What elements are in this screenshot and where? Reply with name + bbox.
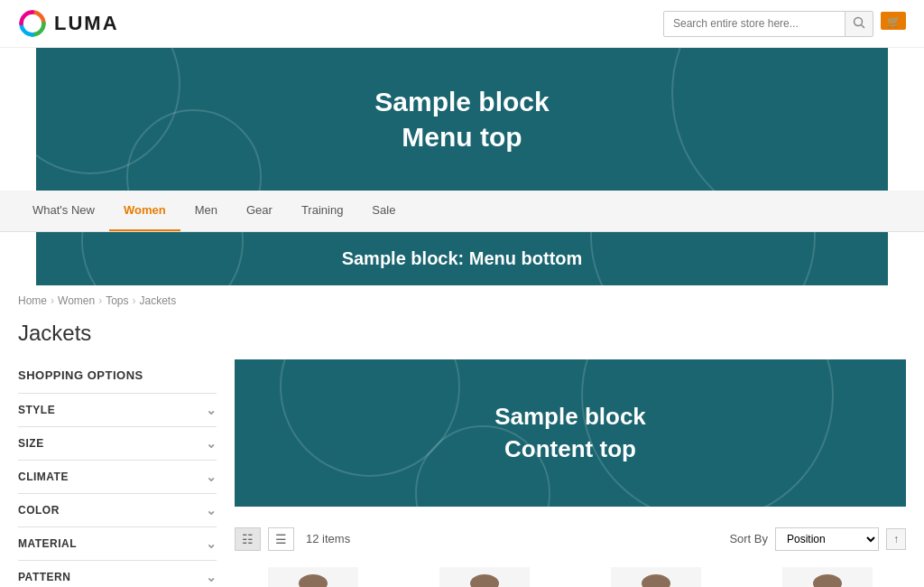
filter-item[interactable]: SIZE ⌄ [18, 426, 217, 460]
filter-label: SIZE [18, 437, 44, 450]
nav-item-what's-new[interactable]: What's New [18, 191, 109, 231]
sidebar-section-title: Shopping Options [18, 359, 217, 393]
sort-label: Sort By [729, 532, 768, 545]
product-image [578, 567, 735, 587]
filter-header-size[interactable]: SIZE ⌄ [18, 427, 217, 460]
main-nav: What's NewWomenMenGearTrainingSale [0, 191, 924, 232]
breadcrumb-separator: › [51, 294, 54, 307]
filter-header-material[interactable]: MATERIAL ⌄ [18, 527, 217, 560]
chevron-down-icon: ⌄ [206, 470, 217, 484]
content-top-banner: Sample block Content top [235, 359, 906, 507]
chevron-down-icon: ⌄ [206, 436, 217, 451]
search-box [663, 11, 873, 37]
breadcrumb-item[interactable]: Women [58, 294, 95, 307]
product-card[interactable]: Neve Studio Dance Jacket ★★★★★3 reviews … [578, 567, 735, 587]
logo[interactable]: LUMA [18, 9, 119, 38]
breadcrumb-item[interactable]: Tops [106, 294, 128, 307]
svg-line-2 [862, 24, 865, 28]
filter-list: STYLE ⌄ SIZE ⌄ CLIMATE ⌄ COLOR ⌄ MATERIA… [18, 393, 217, 587]
product-card[interactable]: Juno Jacket ★★★★★3 reviews $77.00 [406, 567, 564, 587]
toolbar-right: Sort By Position Product Name Price ↑ [729, 527, 906, 551]
product-image-svg [782, 567, 873, 587]
main-layout: Shopping Options STYLE ⌄ SIZE ⌄ CLIMATE … [0, 359, 924, 587]
product-card[interactable]: Stellar Solar Jacket ★★★★★3 reviews $75.… [235, 567, 393, 587]
breadcrumb: Home›Women›Tops›Jackets [0, 285, 924, 316]
filter-header-pattern[interactable]: PATTERN ⌄ [18, 561, 217, 587]
sidebar: Shopping Options STYLE ⌄ SIZE ⌄ CLIMATE … [18, 359, 217, 587]
product-card[interactable]: Nadia Elements Shell ★★★★★3 reviews $69.… [748, 567, 906, 587]
nav-item-women[interactable]: Women [109, 191, 180, 231]
product-image [406, 567, 564, 587]
nav-item-training[interactable]: Training [287, 191, 357, 231]
search-input[interactable] [664, 13, 845, 34]
filter-label: STYLE [18, 404, 55, 416]
breadcrumb-item[interactable]: Home [18, 294, 47, 307]
svg-text:🛒: 🛒 [887, 14, 901, 28]
breadcrumb-separator: › [98, 294, 102, 307]
header-actions: 🛒 [663, 11, 906, 37]
filter-item[interactable]: CLIMATE ⌄ [18, 460, 217, 493]
product-image [235, 567, 393, 587]
breadcrumb-item[interactable]: Jackets [140, 294, 177, 307]
cart-icon: 🛒 [881, 12, 906, 33]
filter-label: CLIMATE [18, 471, 69, 483]
nav-item-men[interactable]: Men [180, 191, 232, 231]
product-toolbar: ☷ ☰ 12 items Sort By Position Product Na… [235, 520, 906, 558]
content-area: Sample block Content top ☷ ☰ 12 items So… [235, 359, 906, 587]
filter-label: COLOR [18, 504, 60, 517]
filter-label: PATTERN [18, 571, 70, 583]
breadcrumb-separator: › [133, 294, 136, 307]
page-title: Jackets [0, 316, 924, 359]
grid-view-button[interactable]: ☷ [235, 527, 261, 551]
item-count: 12 items [306, 532, 350, 545]
toolbar-left: ☷ ☰ 12 items [235, 527, 350, 551]
filter-item[interactable]: STYLE ⌄ [18, 393, 217, 426]
nav-item-gear[interactable]: Gear [232, 191, 287, 231]
site-header: LUMA 🛒 [0, 0, 924, 48]
product-image-svg [611, 567, 701, 587]
filter-item[interactable]: COLOR ⌄ [18, 493, 217, 526]
chevron-down-icon: ⌄ [206, 503, 217, 517]
filter-header-color[interactable]: COLOR ⌄ [18, 494, 217, 526]
filter-item[interactable]: PATTERN ⌄ [18, 560, 217, 587]
chevron-down-icon: ⌄ [206, 403, 217, 417]
svg-point-1 [855, 17, 863, 25]
list-view-button[interactable]: ☰ [268, 527, 294, 551]
product-grid: Stellar Solar Jacket ★★★★★3 reviews $75.… [235, 567, 906, 587]
filter-header-climate[interactable]: CLIMATE ⌄ [18, 461, 217, 493]
logo-text: LUMA [54, 12, 119, 35]
product-image [748, 567, 906, 587]
filter-item[interactable]: MATERIAL ⌄ [18, 526, 217, 560]
chevron-down-icon: ⌄ [206, 536, 217, 551]
filter-header-style[interactable]: STYLE ⌄ [18, 394, 217, 426]
cart-icon-wrap[interactable]: 🛒 [881, 12, 906, 36]
content-top-banner-text: Sample block Content top [253, 400, 888, 466]
chevron-down-icon: ⌄ [206, 570, 217, 584]
logo-icon [18, 9, 47, 38]
search-button[interactable] [845, 12, 873, 36]
filter-label: MATERIAL [18, 537, 77, 550]
search-icon [853, 16, 865, 29]
product-image-svg [439, 567, 530, 587]
sort-direction-button[interactable]: ↑ [886, 528, 906, 550]
nav-item-sale[interactable]: Sale [357, 191, 410, 231]
sort-select[interactable]: Position Product Name Price [775, 527, 879, 551]
hero-banner: Sample blockMenu top [36, 48, 888, 191]
hero-banner-text: Sample blockMenu top [54, 84, 870, 154]
menu-bottom-banner: Sample block: Menu bottom [36, 232, 888, 285]
product-image-svg [268, 567, 358, 587]
